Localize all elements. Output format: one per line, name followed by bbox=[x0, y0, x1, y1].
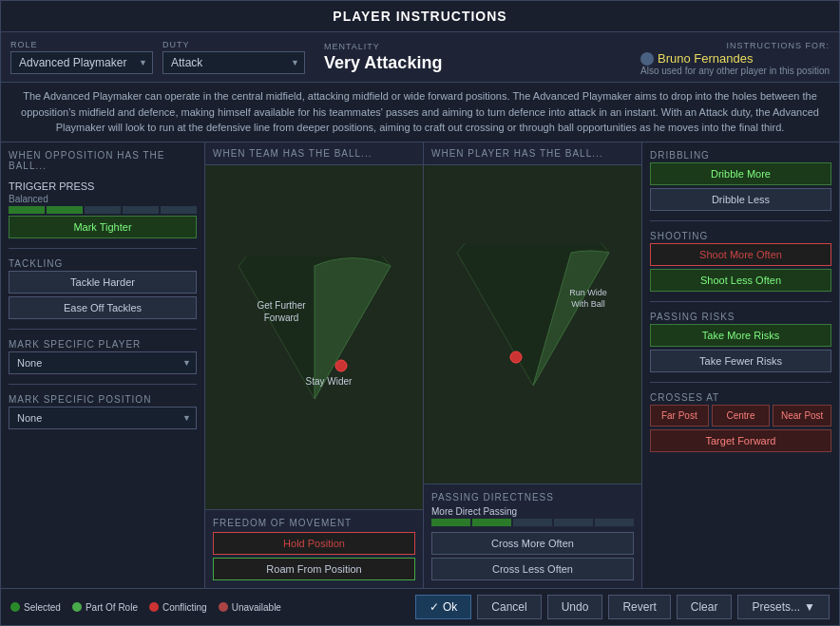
take-more-risks-btn[interactable]: Take More Risks bbox=[650, 324, 831, 347]
presets-chevron-icon: ▼ bbox=[804, 600, 815, 614]
mark-tighter-btn[interactable]: Mark Tighter bbox=[9, 216, 197, 238]
mark-position-select[interactable]: None bbox=[9, 407, 197, 429]
pass-bar-5 bbox=[595, 519, 634, 526]
trigger-press-value: Balanced bbox=[9, 194, 197, 204]
legend-conflicting: Conflicting bbox=[149, 602, 207, 613]
duty-select[interactable]: Attack bbox=[162, 51, 305, 74]
bar-seg-3 bbox=[85, 206, 121, 214]
undo-button[interactable]: Undo bbox=[547, 595, 603, 619]
bar-seg-1 bbox=[9, 206, 45, 214]
team-ball-header: WHEN TEAM HAS THE BALL... bbox=[205, 142, 423, 165]
crosses-grid: Far Post Centre Near Post bbox=[650, 405, 831, 427]
player-name: Bruno Fernandes bbox=[640, 51, 830, 66]
svg-point-5 bbox=[510, 351, 522, 363]
roam-from-position-btn[interactable]: Roam From Position bbox=[213, 558, 415, 580]
role-label: ROLE bbox=[10, 40, 153, 49]
duty-label: DUTY bbox=[162, 40, 305, 49]
clear-button[interactable]: Clear bbox=[677, 595, 733, 619]
unavailable-dot bbox=[219, 602, 228, 612]
trigger-press-label: TRIGGER PRESS bbox=[9, 180, 197, 192]
description-bar: The Advanced Playmaker can operate in th… bbox=[1, 83, 839, 142]
passing-header: PASSING DIRECTNESS bbox=[431, 492, 634, 503]
shoot-less-btn[interactable]: Shoot Less Often bbox=[650, 269, 831, 292]
instructions-for: INSTRUCTIONS FOR: Bruno Fernandes Also u… bbox=[640, 38, 830, 76]
ok-check-icon: ✓ bbox=[430, 600, 439, 614]
bar-seg-4 bbox=[123, 206, 159, 214]
mentality-value: Very Attacking bbox=[324, 53, 442, 73]
far-post-btn[interactable]: Far Post bbox=[650, 405, 709, 427]
player-ball-pitch: Run Wide With Ball bbox=[424, 165, 641, 484]
player-sub-text: Also used for any other player in this p… bbox=[640, 66, 830, 76]
svg-text:Run Wide: Run Wide bbox=[569, 288, 607, 297]
target-forward-btn[interactable]: Target Forward bbox=[650, 429, 831, 452]
right-column: DRIBBLING Dribble More Dribble Less SHOO… bbox=[642, 142, 839, 589]
duty-select-wrapper: Attack bbox=[162, 51, 305, 74]
presets-label: Presets... bbox=[752, 600, 800, 614]
freedom-section: FREEDOM OF MOVEMENT Hold Position Roam F… bbox=[205, 509, 423, 588]
player-ball-header: WHEN PLAYER HAS THE BALL... bbox=[424, 142, 641, 165]
legend-selected: Selected bbox=[10, 602, 61, 613]
freedom-header: FREEDOM OF MOVEMENT bbox=[213, 518, 415, 528]
selected-label: Selected bbox=[24, 602, 61, 613]
svg-text:With Ball: With Ball bbox=[571, 299, 605, 309]
centre-btn[interactable]: Centre bbox=[712, 405, 771, 427]
role-group: ROLE Advanced Playmaker bbox=[10, 40, 153, 74]
top-bar: ROLE Advanced Playmaker DUTY Attack MENT… bbox=[1, 32, 839, 83]
conflicting-label: Conflicting bbox=[162, 602, 207, 613]
duty-group: DUTY Attack bbox=[162, 40, 305, 74]
pass-bar-2 bbox=[472, 519, 511, 526]
tackle-harder-btn[interactable]: Tackle Harder bbox=[9, 271, 197, 294]
ok-label: Ok bbox=[443, 600, 457, 614]
crosses-at-header: CROSSES AT bbox=[650, 392, 831, 403]
dribble-less-btn[interactable]: Dribble Less bbox=[650, 188, 831, 211]
player-ball-column: WHEN PLAYER HAS THE BALL... Run Wide Wit… bbox=[424, 142, 642, 589]
shoot-more-btn[interactable]: Shoot More Often bbox=[650, 243, 831, 266]
svg-text:Forward: Forward bbox=[263, 313, 298, 323]
mark-specific-position-section: MARK SPECIFIC POSITION None bbox=[9, 394, 197, 429]
unavailable-label: Unavailable bbox=[232, 602, 281, 613]
passing-risks-section: PASSING RISKS Take More Risks Take Fewer… bbox=[650, 312, 831, 372]
take-fewer-risks-btn[interactable]: Take Fewer Risks bbox=[650, 350, 831, 372]
mentality-group: MENTALITY Very Attacking bbox=[324, 42, 442, 73]
role-select-wrapper: Advanced Playmaker bbox=[10, 51, 153, 74]
ok-button[interactable]: ✓ Ok bbox=[415, 595, 471, 619]
part-of-role-dot bbox=[72, 602, 82, 612]
tackling-header: TACKLING bbox=[9, 258, 197, 269]
presets-button[interactable]: Presets... ▼ bbox=[737, 595, 830, 619]
shooting-header: SHOOTING bbox=[650, 231, 831, 241]
cross-less-btn[interactable]: Cross Less Often bbox=[431, 558, 634, 580]
hold-position-btn[interactable]: Hold Position bbox=[213, 532, 415, 555]
dribble-more-btn[interactable]: Dribble More bbox=[650, 162, 831, 185]
selected-dot bbox=[10, 602, 20, 612]
bottom-bar: Selected Part Of Role Conflicting Unavai… bbox=[1, 588, 839, 625]
dribbling-header: DRIBBLING bbox=[650, 150, 831, 161]
shooting-section: SHOOTING Shoot More Often Shoot Less Oft… bbox=[650, 231, 831, 292]
opposition-header: WHEN OPPOSITION HAS THE BALL... bbox=[9, 150, 197, 171]
trigger-press-bar bbox=[9, 206, 197, 214]
mark-player-select[interactable]: None bbox=[9, 351, 197, 374]
bar-seg-5 bbox=[161, 206, 197, 214]
mark-specific-player-header: MARK SPECIFIC PLAYER bbox=[9, 339, 197, 350]
revert-button[interactable]: Revert bbox=[608, 595, 670, 619]
dribbling-section: DRIBBLING Dribble More Dribble Less bbox=[650, 150, 831, 211]
conflicting-dot bbox=[149, 602, 159, 612]
mark-position-select-wrapper: None bbox=[9, 407, 197, 429]
svg-point-1 bbox=[335, 360, 347, 371]
cancel-button[interactable]: Cancel bbox=[477, 595, 541, 619]
cross-more-btn[interactable]: Cross More Often bbox=[431, 532, 634, 555]
player-icon bbox=[640, 52, 654, 66]
passing-bar bbox=[431, 519, 634, 526]
ease-off-btn[interactable]: Ease Off Tackles bbox=[9, 296, 197, 319]
mark-specific-position-header: MARK SPECIFIC POSITION bbox=[9, 394, 197, 405]
mark-player-select-wrapper: None bbox=[9, 351, 197, 374]
bottom-buttons: ✓ Ok Cancel Undo Revert Clear Presets...… bbox=[415, 595, 830, 619]
player-name-text: Bruno Fernandes bbox=[658, 51, 753, 66]
bar-seg-2 bbox=[47, 206, 83, 214]
part-of-role-label: Part Of Role bbox=[86, 602, 138, 613]
team-ball-column: WHEN TEAM HAS THE BALL... bbox=[205, 142, 424, 589]
role-select[interactable]: Advanced Playmaker bbox=[10, 51, 153, 74]
near-post-btn[interactable]: Near Post bbox=[773, 405, 831, 427]
pass-bar-3 bbox=[513, 519, 552, 526]
mark-specific-player-section: MARK SPECIFIC PLAYER None bbox=[9, 339, 197, 374]
tackling-section: TACKLING Tackle Harder Ease Off Tackles bbox=[9, 258, 197, 319]
